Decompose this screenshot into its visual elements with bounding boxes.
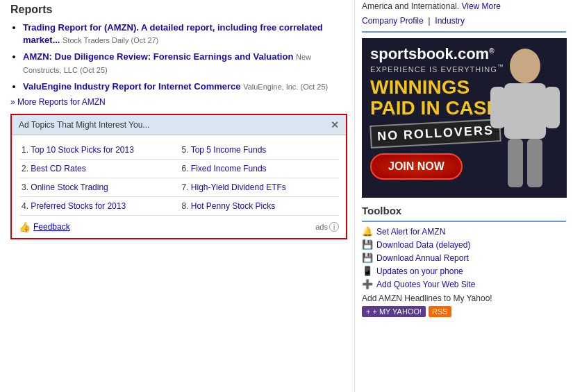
ad-item-2-link[interactable]: Best CD Rates bbox=[31, 164, 85, 173]
rss-badge[interactable]: RSS bbox=[429, 306, 451, 317]
view-more-link[interactable]: View More bbox=[461, 1, 500, 11]
ad-footer: 👍 Feedback ads i bbox=[12, 216, 346, 238]
set-alert-link[interactable]: Set Alert for AMZN bbox=[376, 227, 445, 237]
ad-item-7-num: 7. bbox=[182, 182, 189, 192]
ad-item-7-link[interactable]: High-Yield Dividend ETFs bbox=[191, 182, 286, 192]
report-source-3: ValuEngine, Inc. (Oct 25) bbox=[243, 83, 328, 91]
ad-content: 1. Top 10 Stock Picks for 2013 5. Top 5 … bbox=[12, 135, 346, 216]
ad-header-text: Ad Topics That Might Interest You... bbox=[19, 120, 149, 130]
toolbox-list: 🔔 Set Alert for AMZN 💾 Download Data (de… bbox=[362, 226, 566, 289]
tool-item-3: 💾 Download Annual Report bbox=[362, 253, 566, 263]
alert-icon: 🔔 bbox=[362, 226, 373, 237]
svg-rect-1 bbox=[504, 83, 546, 139]
ad-item-4-num: 4. bbox=[22, 201, 28, 211]
tool-item-1: 🔔 Set Alert for AMZN bbox=[362, 226, 566, 237]
ad-item-1: 1. Top 10 Stock Picks for 2013 bbox=[19, 141, 179, 160]
feedback-area: 👍 Feedback bbox=[19, 221, 70, 232]
ad-item-6-num: 6. bbox=[182, 164, 189, 173]
ads-info: ads i bbox=[315, 222, 339, 232]
thumbs-icon: 👍 bbox=[19, 221, 31, 232]
company-links: Company Profile | Industry bbox=[362, 15, 566, 26]
rss-icon: RSS bbox=[432, 307, 448, 316]
ad-item-7: 7. High-Yield Dividend ETFs bbox=[179, 178, 340, 197]
ad-item-8-num: 8. bbox=[182, 201, 189, 211]
ad-box: Ad Topics That Might Interest You... ✕ 1… bbox=[10, 114, 347, 239]
ad-item-4-link[interactable]: Preferred Stocks for 2013 bbox=[31, 201, 126, 211]
reports-list: Trading Report for (AMZN). A detailed re… bbox=[10, 22, 347, 93]
phone-updates-link[interactable]: Updates on your phone bbox=[376, 266, 463, 276]
divider-top bbox=[362, 31, 566, 33]
report-item-1: Trading Report for (AMZN). A detailed re… bbox=[23, 22, 347, 46]
report-link-2[interactable]: AMZN: Due Diligence Review: Forensic Ear… bbox=[23, 51, 296, 62]
right-panel: America and International. View More Com… bbox=[354, 0, 573, 392]
tool-item-2: 💾 Download Data (delayed) bbox=[362, 239, 566, 250]
download-report-icon: 💾 bbox=[362, 253, 373, 263]
download-data-link[interactable]: Download Data (delayed) bbox=[376, 240, 470, 250]
download-data-icon: 💾 bbox=[362, 239, 373, 250]
ad-item-1-num: 1. bbox=[22, 145, 28, 155]
sportsbook-title-row: sportsbook.com® bbox=[370, 45, 495, 63]
svg-rect-4 bbox=[508, 139, 523, 187]
football-player-svg bbox=[487, 45, 563, 191]
my-yahoo-badge[interactable]: + + MY YAHOO! bbox=[362, 306, 426, 317]
ad-item-3: 3. Online Stock Trading bbox=[19, 178, 179, 197]
ad-item-3-num: 3. bbox=[22, 182, 28, 192]
svg-rect-5 bbox=[527, 139, 542, 187]
tool-item-4: 📱 Updates on your phone bbox=[362, 266, 566, 276]
ad-item-8-link[interactable]: Hot Penny Stock Picks bbox=[191, 201, 275, 211]
ad-item-5-num: 5. bbox=[182, 145, 189, 155]
svg-rect-3 bbox=[545, 87, 560, 128]
report-link-3[interactable]: ValuEngine Industry Report for Internet … bbox=[23, 81, 243, 92]
industry-link[interactable]: Industry bbox=[435, 16, 465, 26]
left-panel: Reports Trading Report for (AMZN). A det… bbox=[0, 0, 354, 392]
add-quotes-icon: ➕ bbox=[362, 279, 373, 289]
ad-item-5-link[interactable]: Top 5 Income Funds bbox=[191, 145, 267, 155]
toolbox-title: Toolbox bbox=[362, 205, 566, 216]
more-reports-link[interactable]: » More Reports for AMZN bbox=[10, 97, 347, 107]
ad-item-3-link[interactable]: Online Stock Trading bbox=[31, 182, 108, 192]
svg-point-0 bbox=[510, 49, 540, 83]
sportsbook-ad[interactable]: sportsbook.com® EXPERIENCE IS EVERYTHING… bbox=[362, 38, 567, 198]
report-item-2: AMZN: Due Diligence Review: Forensic Ear… bbox=[23, 51, 347, 76]
ad-header: Ad Topics That Might Interest You... ✕ bbox=[12, 115, 346, 135]
add-quotes-link[interactable]: Add Quotes Your Web Site bbox=[376, 280, 476, 289]
svg-rect-2 bbox=[490, 87, 506, 128]
top-description: America and International. View More bbox=[362, 0, 566, 12]
separator: | bbox=[428, 15, 430, 26]
feedback-link[interactable]: Feedback bbox=[33, 222, 70, 232]
report-source-1: Stock Traders Daily (Oct 27) bbox=[63, 36, 158, 44]
sportsbook-domain: sportsbook.com® bbox=[370, 45, 495, 63]
yahoo-badges: + + MY YAHOO! RSS bbox=[362, 306, 566, 317]
company-profile-link[interactable]: Company Profile bbox=[362, 16, 424, 26]
yahoo-section: Add AMZN Headlines to My Yahoo! + + MY Y… bbox=[362, 293, 566, 317]
sportsbook-winnings1: WINNINGS bbox=[370, 78, 470, 97]
ad-item-1-link[interactable]: Top 10 Stock Picks for 2013 bbox=[31, 145, 134, 155]
reports-title: Reports bbox=[10, 3, 347, 16]
download-report-link[interactable]: Download Annual Report bbox=[376, 253, 469, 263]
report-item-3: ValuEngine Industry Report for Internet … bbox=[23, 80, 347, 93]
toolbox-divider bbox=[362, 221, 566, 222]
yahoo-plus-icon: + bbox=[366, 307, 370, 316]
info-icon[interactable]: i bbox=[329, 222, 339, 232]
ad-item-4: 4. Preferred Stocks for 2013 bbox=[19, 197, 179, 216]
player-image bbox=[476, 38, 567, 198]
tool-item-5: ➕ Add Quotes Your Web Site bbox=[362, 279, 566, 289]
ad-item-5: 5. Top 5 Income Funds bbox=[179, 141, 340, 160]
ad-item-2-num: 2. bbox=[22, 164, 28, 173]
ad-item-6: 6. Fixed Income Funds bbox=[179, 160, 340, 178]
join-now-button[interactable]: JOIN NOW bbox=[370, 153, 463, 180]
close-icon[interactable]: ✕ bbox=[331, 119, 339, 130]
ad-item-6-link[interactable]: Fixed Income Funds bbox=[191, 164, 267, 173]
ad-item-8: 8. Hot Penny Stock Picks bbox=[179, 197, 340, 216]
ad-item-2: 2. Best CD Rates bbox=[19, 160, 179, 178]
phone-icon: 📱 bbox=[362, 266, 373, 276]
yahoo-description: Add AMZN Headlines to My Yahoo! bbox=[362, 293, 492, 303]
